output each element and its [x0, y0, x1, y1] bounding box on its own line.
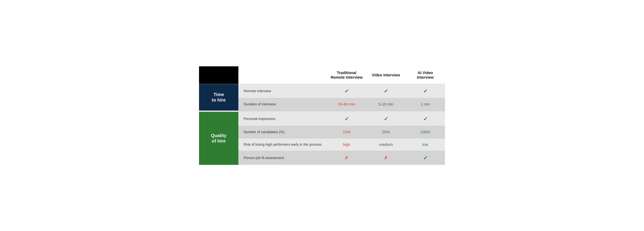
value-col-3: 10% — [327, 126, 366, 138]
feature-description: Risk of losing high performers early in … — [238, 138, 327, 151]
value-col-4: 5-10 min — [366, 98, 406, 111]
feature-description: Personal impression — [238, 112, 327, 126]
value-col-4: 25% — [366, 126, 406, 138]
value-col-3: ✗ — [327, 151, 366, 165]
value-col-3: 30-60 min — [327, 98, 366, 111]
value-col-5: ✓ — [406, 112, 445, 126]
header-ai-video: AI Video Interview — [406, 66, 445, 84]
feature-description: Person-job fit assessment — [238, 151, 327, 165]
value-col-5: ✓ — [406, 151, 445, 165]
header-video: Video Interview — [366, 66, 406, 84]
table-row: Quality of hirePersonal impression✓✓✓ — [199, 112, 445, 126]
value-col-5: 100% — [406, 126, 445, 138]
value-col-4: ✗ — [366, 151, 406, 165]
header-traditional: Traditional Remote Interview — [327, 66, 366, 84]
value-col-4: ✓ — [366, 112, 406, 126]
value-col-5: ✓ — [406, 84, 445, 98]
category-time: Time to hire — [199, 84, 238, 111]
table-row: Time to hireRemote Interview✓✓✓ — [199, 84, 445, 98]
value-col-4: medium — [366, 138, 406, 151]
header-feature-col — [238, 66, 327, 84]
feature-description: Remote Interview — [238, 84, 327, 98]
header-black-cell — [199, 66, 238, 84]
category-quality: Quality of hire — [199, 112, 238, 165]
feature-description: Number of candidates (%) — [238, 126, 327, 138]
value-col-5: 1 min — [406, 98, 445, 111]
value-col-3: ✓ — [327, 112, 366, 126]
value-col-5: low — [406, 138, 445, 151]
value-col-4: ✓ — [366, 84, 406, 98]
value-col-3: ✓ — [327, 84, 366, 98]
feature-description: Duration of interview — [238, 98, 327, 111]
value-col-3: high — [327, 138, 366, 151]
